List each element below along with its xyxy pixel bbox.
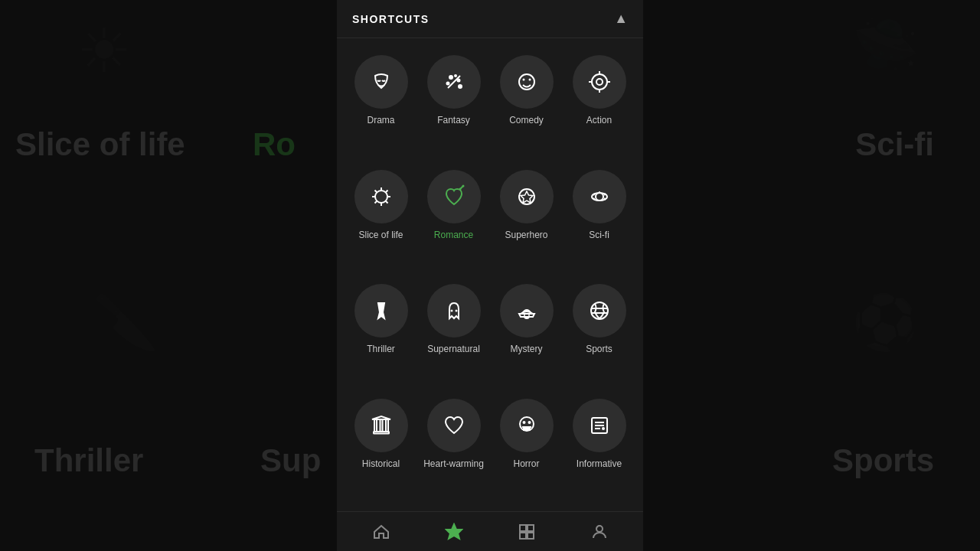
svg-line-22 xyxy=(385,190,387,192)
svg-line-34 xyxy=(604,198,606,200)
genre-circle-slice-of-life xyxy=(354,170,408,223)
genre-circle-historical xyxy=(354,399,408,452)
svg-rect-57 xyxy=(528,525,534,531)
sports-icon xyxy=(587,298,612,323)
genre-circle-horror xyxy=(500,399,554,452)
horror-label: Horror xyxy=(513,458,539,471)
comedy-label: Comedy xyxy=(509,115,544,127)
svg-point-37 xyxy=(455,310,457,312)
nav-profile[interactable] xyxy=(590,523,609,541)
supernatural-icon xyxy=(442,298,466,323)
genre-item-supernatural[interactable]: Supernatural xyxy=(417,275,490,390)
informative-label: Informative xyxy=(577,458,622,471)
profile-icon xyxy=(590,523,609,541)
genre-item-historical[interactable]: Historical xyxy=(345,390,417,504)
action-icon xyxy=(587,70,612,94)
fantasy-icon xyxy=(442,70,466,94)
svg-point-35 xyxy=(599,191,600,193)
svg-marker-55 xyxy=(446,524,462,539)
svg-point-54 xyxy=(602,427,605,430)
mystery-icon xyxy=(514,298,539,323)
svg-point-25 xyxy=(462,184,464,187)
svg-point-4 xyxy=(446,83,449,85)
sci-fi-label: Sci-fi xyxy=(589,230,609,242)
historical-icon xyxy=(369,413,394,438)
nav-grid[interactable] xyxy=(518,523,536,541)
star-icon xyxy=(445,523,463,541)
svg-line-23 xyxy=(374,201,377,203)
panel-header: SHORTCUTS ▲ xyxy=(337,0,643,38)
genre-item-sports[interactable]: Sports xyxy=(563,275,635,390)
genre-item-sci-fi[interactable]: Sci-fi xyxy=(563,161,635,276)
genre-circle-supernatural xyxy=(427,284,481,337)
genre-item-horror[interactable]: Horror xyxy=(490,390,563,504)
svg-point-1 xyxy=(449,76,452,79)
genre-circle-drama xyxy=(354,55,408,109)
genre-item-action[interactable]: Action xyxy=(563,46,635,161)
svg-point-15 xyxy=(375,191,387,203)
svg-rect-45 xyxy=(380,419,382,432)
chevron-up-icon: ▲ xyxy=(614,11,628,27)
svg-point-3 xyxy=(455,75,456,77)
superhero-icon xyxy=(514,184,539,209)
collapse-button[interactable]: ▲ xyxy=(614,11,628,27)
genre-circle-action xyxy=(573,55,626,109)
genre-item-romance[interactable]: Romance xyxy=(417,161,490,276)
horror-icon xyxy=(514,413,539,438)
nav-star[interactable] xyxy=(445,523,463,541)
svg-point-5 xyxy=(459,85,462,88)
svg-point-26 xyxy=(459,187,461,190)
thriller-icon xyxy=(369,298,394,323)
panel-title: SHORTCUTS xyxy=(352,13,430,25)
genre-item-thriller[interactable]: Thriller xyxy=(345,275,417,390)
romance-label: Romance xyxy=(434,230,473,242)
action-label: Action xyxy=(586,115,612,127)
svg-point-49 xyxy=(528,421,531,424)
svg-marker-28 xyxy=(521,191,533,203)
genre-circle-mystery xyxy=(500,284,554,337)
svg-point-2 xyxy=(457,80,459,82)
genre-circle-sci-fi xyxy=(573,170,626,223)
svg-line-33 xyxy=(593,198,595,200)
genre-item-superhero[interactable]: Superhero xyxy=(490,161,563,276)
supernatural-label: Supernatural xyxy=(427,344,480,356)
slice-of-life-icon xyxy=(369,184,394,209)
sports-label: Sports xyxy=(586,344,612,356)
drama-icon xyxy=(369,70,394,94)
svg-point-36 xyxy=(450,310,452,312)
svg-line-32 xyxy=(604,194,606,195)
genre-circle-comedy xyxy=(500,55,554,109)
historical-label: Historical xyxy=(362,458,400,471)
drama-label: Drama xyxy=(367,115,394,127)
thriller-label: Thriller xyxy=(367,344,395,356)
genre-item-informative[interactable]: Informative xyxy=(563,390,635,504)
genre-circle-heart-warming xyxy=(427,399,481,452)
genre-item-fantasy[interactable]: Fantasy xyxy=(417,46,490,161)
svg-rect-46 xyxy=(386,419,388,432)
shortcuts-panel: SHORTCUTS ▲ Drama xyxy=(337,0,643,551)
genre-item-heart-warming[interactable]: Heart-warming xyxy=(417,390,490,504)
svg-point-60 xyxy=(596,526,603,532)
genre-circle-sports xyxy=(573,284,626,337)
genre-circle-thriller xyxy=(354,284,408,337)
home-icon xyxy=(372,523,390,541)
svg-point-9 xyxy=(592,74,607,90)
genre-item-drama[interactable]: Drama xyxy=(345,46,417,161)
genre-grid: Drama Fantasy xyxy=(337,38,643,511)
genre-circle-fantasy xyxy=(427,55,481,109)
genre-item-mystery[interactable]: Mystery xyxy=(490,275,563,390)
nav-home[interactable] xyxy=(372,523,390,541)
svg-point-30 xyxy=(596,193,603,201)
genre-item-slice-of-life[interactable]: Slice of life xyxy=(345,161,417,276)
svg-line-20 xyxy=(374,190,377,192)
heart-warming-label: Heart-warming xyxy=(423,458,484,471)
svg-rect-59 xyxy=(528,533,534,539)
genre-item-comedy[interactable]: Comedy xyxy=(490,46,563,161)
bottom-navigation xyxy=(337,511,643,551)
informative-icon xyxy=(587,413,612,438)
svg-point-40 xyxy=(591,302,608,319)
svg-point-38 xyxy=(524,315,525,316)
grid-icon xyxy=(518,523,536,541)
svg-rect-44 xyxy=(374,419,377,432)
slice-of-life-label: Slice of life xyxy=(358,230,403,242)
